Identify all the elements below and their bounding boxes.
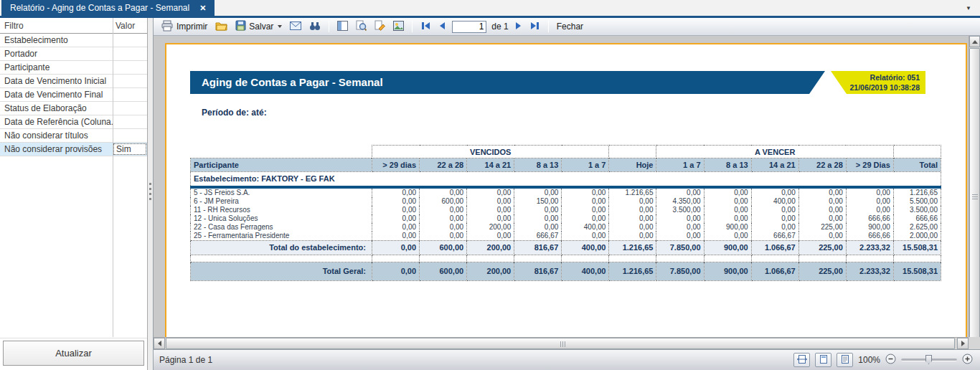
next-page-button[interactable] bbox=[514, 20, 524, 34]
scroll-left-button[interactable] bbox=[154, 338, 165, 349]
value-cell: 3.500,00 bbox=[893, 206, 941, 214]
page-number-input[interactable] bbox=[452, 21, 486, 33]
filter-rows: EstabelecimentoPortadorParticipanteData … bbox=[0, 34, 147, 156]
filter-row[interactable]: Status de Elaboração bbox=[0, 102, 147, 115]
tab-report[interactable]: Relatório - Aging de Contas a Pagar - Se… bbox=[1, 0, 215, 16]
filter-value-cell[interactable]: Sim bbox=[113, 143, 146, 155]
filter-label: Status de Elaboração bbox=[0, 103, 113, 113]
export-image-button[interactable] bbox=[392, 19, 405, 34]
report-number: Relatório: 051 bbox=[831, 72, 920, 82]
filter-row[interactable]: Data de Vencimento Final bbox=[0, 88, 147, 102]
toolbar-separator bbox=[412, 21, 413, 32]
zoom-slider[interactable] bbox=[901, 359, 957, 361]
page-width-view-button[interactable] bbox=[793, 353, 810, 367]
application-window: Relatório - Aging de Contas a Pagar - Se… bbox=[0, 0, 980, 370]
value-cell: 3.500,00 bbox=[656, 206, 704, 214]
report-datetime: 21/06/2019 10:38:28 bbox=[831, 82, 920, 92]
parameters-panel-button[interactable] bbox=[336, 19, 349, 34]
horizontal-scroll-thumb[interactable] bbox=[166, 338, 955, 349]
group-corner-cell bbox=[191, 146, 372, 158]
value-cell: 0,00 bbox=[609, 232, 656, 241]
participant-row: 22 - Casa das Ferragens0,000,00200,000,0… bbox=[191, 223, 941, 232]
participant-name: 22 - Casa das Ferragens bbox=[191, 223, 372, 232]
total-general-value: 816,67 bbox=[514, 262, 562, 280]
filter-row[interactable]: Portador bbox=[0, 47, 147, 61]
filter-row[interactable]: Estabelecimento bbox=[0, 34, 147, 47]
value-cell: 0,00 bbox=[514, 187, 562, 197]
spacer-cell bbox=[191, 255, 372, 262]
document-viewport[interactable]: Aging de Contas a Pagar - Semanal Relató… bbox=[154, 36, 969, 337]
value-cell: 0,00 bbox=[372, 187, 420, 197]
tab-close-icon[interactable]: ✕ bbox=[199, 0, 206, 16]
search-button[interactable] bbox=[308, 19, 322, 34]
column-header: 14 a 21 bbox=[467, 158, 514, 172]
filter-row[interactable]: Não considerar títulos bbox=[0, 129, 147, 143]
save-dropdown-icon[interactable] bbox=[278, 25, 282, 28]
close-preview-button[interactable]: Fechar bbox=[555, 20, 585, 33]
filter-row[interactable]: Data de Vencimento Inicial bbox=[0, 75, 147, 88]
print-button[interactable]: Imprimir bbox=[160, 19, 209, 35]
vertical-scroll-thumb[interactable] bbox=[969, 48, 980, 341]
value-cell: 0,00 bbox=[751, 214, 798, 223]
scroll-right-button[interactable] bbox=[957, 338, 969, 349]
filter-label: Portador bbox=[0, 49, 113, 59]
zoom-in-button[interactable] bbox=[962, 354, 973, 366]
horizontal-scrollbar[interactable] bbox=[154, 337, 969, 349]
edit-watermark-button[interactable] bbox=[373, 19, 387, 34]
total-establishment-value: 7.850,00 bbox=[656, 240, 704, 255]
zoom-dialog-button[interactable] bbox=[354, 19, 368, 34]
value-cell: 0,00 bbox=[562, 206, 609, 214]
total-general-value: 1.216,65 bbox=[609, 262, 656, 280]
save-label: Salvar bbox=[249, 22, 273, 32]
filter-row[interactable]: Não considerar provisõesSim bbox=[0, 143, 147, 156]
first-page-button[interactable] bbox=[419, 20, 432, 34]
spacer-row bbox=[191, 255, 941, 262]
filter-grid-header: Filtro Valor bbox=[0, 18, 147, 34]
magnifier-page-icon bbox=[356, 20, 367, 33]
splitter-handle[interactable] bbox=[148, 18, 153, 370]
normal-view-button[interactable] bbox=[837, 353, 853, 367]
tab-overflow-icon[interactable]: ▼ bbox=[966, 5, 971, 11]
zoom-slider-thumb[interactable] bbox=[925, 355, 932, 364]
filter-label: Participante bbox=[0, 62, 113, 72]
group-gap-cell bbox=[609, 146, 656, 158]
thumb-grip-icon bbox=[560, 341, 565, 347]
group-vencidos-header: VENCIDOS bbox=[372, 146, 609, 158]
spacer-cell bbox=[656, 255, 704, 262]
total-establishment-row: Total do estabelecimento:0,00600,00200,0… bbox=[191, 240, 941, 255]
total-general-value: 400,00 bbox=[562, 262, 609, 280]
filter-label: Data de Vencimento Inicial bbox=[0, 76, 113, 86]
filter-label: Não considerar títulos bbox=[0, 131, 113, 141]
previous-page-button[interactable] bbox=[437, 20, 447, 34]
filter-row[interactable]: Participante bbox=[0, 61, 147, 75]
value-cell: 150,00 bbox=[514, 197, 562, 206]
whole-page-view-button[interactable] bbox=[815, 353, 831, 367]
vertical-scrollbar[interactable] bbox=[969, 36, 980, 337]
page-width-icon bbox=[797, 355, 807, 366]
column-header: Total bbox=[893, 158, 941, 172]
filter-row[interactable]: Data de Referência (Coluna... bbox=[0, 115, 147, 129]
value-cell: 0,00 bbox=[704, 232, 751, 241]
zoom-out-button[interactable] bbox=[885, 354, 896, 366]
filter-label: Data de Referência (Coluna... bbox=[0, 117, 113, 127]
page-count-label: de 1 bbox=[491, 22, 508, 32]
open-button[interactable] bbox=[214, 19, 229, 34]
filter-column-header: Filtro bbox=[0, 21, 113, 31]
last-page-button[interactable] bbox=[529, 20, 542, 34]
value-cell: 666,67 bbox=[751, 232, 798, 241]
scroll-up-button[interactable] bbox=[969, 36, 980, 47]
update-button[interactable]: Atualizar bbox=[3, 341, 144, 366]
value-cell: 0,00 bbox=[514, 206, 562, 214]
value-cell: 200,00 bbox=[467, 223, 514, 232]
participant-row: 12 - Unica Soluções0,000,000,000,000,000… bbox=[191, 214, 941, 223]
value-cell: 0,00 bbox=[467, 214, 514, 223]
status-bar: Página 1 de 1 100% bbox=[154, 349, 980, 370]
print-label: Imprimir bbox=[176, 22, 207, 32]
participant-name: 5 - JS Freios S.A. bbox=[191, 187, 372, 197]
email-button[interactable] bbox=[288, 20, 303, 34]
spacer-cell bbox=[514, 255, 562, 262]
total-establishment-label: Total do estabelecimento: bbox=[191, 240, 372, 255]
binoculars-icon bbox=[309, 21, 321, 33]
next-page-icon bbox=[515, 22, 522, 32]
save-button[interactable]: Salvar bbox=[234, 19, 283, 34]
